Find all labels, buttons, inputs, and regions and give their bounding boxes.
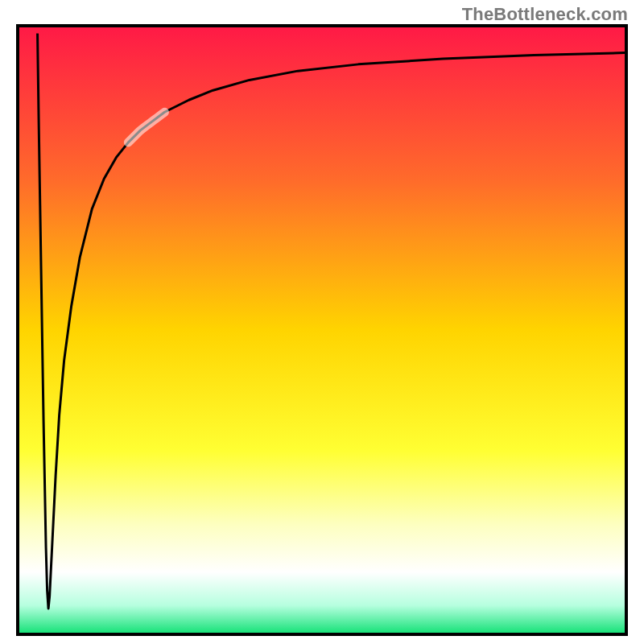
gradient-bg (19, 27, 625, 633)
watermark-text: TheBottleneck.com (462, 4, 628, 25)
chart-svg (19, 27, 625, 633)
chart-frame (16, 24, 628, 636)
